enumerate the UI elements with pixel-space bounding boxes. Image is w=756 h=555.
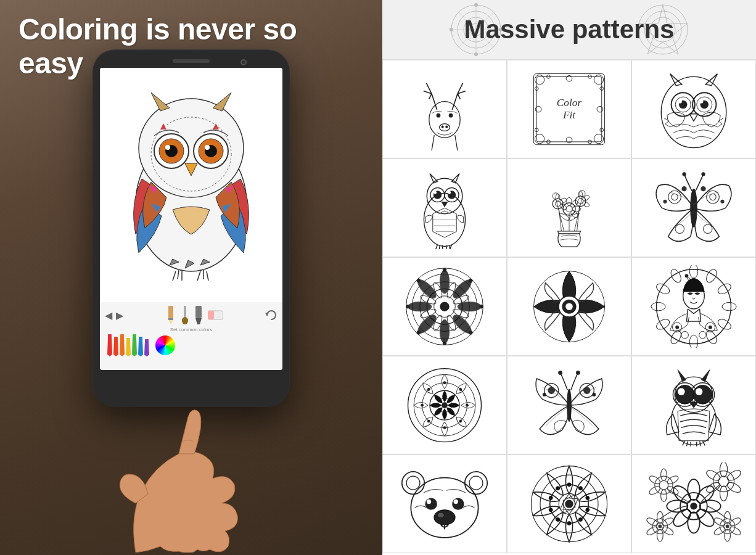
left-panel: Coloring is never so easy	[0, 0, 382, 555]
pattern-bear[interactable]	[382, 454, 507, 553]
svg-point-163	[655, 317, 672, 331]
svg-point-113	[691, 189, 697, 227]
svg-point-215	[434, 510, 455, 525]
svg-point-108	[720, 200, 724, 204]
svg-rect-16	[195, 306, 202, 318]
bear-svg	[392, 462, 497, 545]
svg-point-161	[689, 335, 697, 348]
pencil-red[interactable]	[107, 334, 112, 356]
svg-point-151	[567, 323, 572, 328]
svg-point-105	[672, 194, 678, 200]
pattern-mandala2[interactable]	[507, 257, 631, 356]
svg-point-114	[682, 172, 686, 176]
marker-tool-icon[interactable]	[194, 306, 203, 324]
svg-point-124	[458, 302, 481, 311]
svg-point-254	[700, 500, 721, 512]
svg-point-194	[592, 393, 596, 397]
pattern-flowers[interactable]	[507, 158, 631, 257]
svg-point-235	[661, 469, 667, 480]
refresh-icon[interactable]	[265, 309, 277, 321]
svg-point-230	[548, 507, 553, 512]
owl-head-svg	[641, 68, 746, 150]
svg-point-78	[433, 191, 437, 194]
svg-point-144	[406, 305, 410, 308]
svg-point-183	[466, 404, 469, 407]
svg-point-180	[442, 402, 448, 408]
svg-point-103	[668, 191, 681, 204]
mandala3-svg	[392, 364, 497, 446]
mandala2-svg	[517, 265, 622, 348]
svg-point-155	[689, 265, 697, 278]
pattern-butterfly-center[interactable]	[507, 356, 631, 454]
svg-point-223	[567, 482, 572, 487]
pattern-owl-head[interactable]	[631, 60, 756, 158]
svg-point-225	[585, 495, 590, 500]
svg-point-9	[205, 145, 210, 150]
deer-svg	[392, 68, 497, 150]
pattern-mandala3[interactable]	[382, 356, 507, 454]
svg-point-30	[474, 52, 478, 56]
pencil-orange-red[interactable]	[113, 337, 118, 356]
svg-point-42	[445, 125, 448, 128]
svg-point-208	[465, 472, 487, 494]
pattern-butterfly-right[interactable]	[631, 158, 756, 257]
svg-point-157	[717, 282, 733, 296]
svg-point-214	[454, 500, 458, 504]
svg-point-43	[535, 75, 544, 84]
pattern-colorfit-logo[interactable]: Color Fit	[507, 60, 631, 158]
pattern-owl2[interactable]	[631, 356, 756, 454]
color-pencils-row	[105, 334, 277, 356]
pattern-deer[interactable]	[382, 60, 507, 158]
owl2-svg	[641, 364, 746, 446]
svg-point-152	[548, 304, 553, 309]
svg-point-88	[570, 199, 579, 208]
butterfly-right-svg	[641, 166, 746, 249]
svg-point-93	[556, 194, 560, 201]
pattern-mandala1[interactable]	[382, 257, 507, 356]
svg-point-181	[443, 381, 446, 384]
pattern-mandala4[interactable]	[507, 454, 631, 553]
svg-point-44	[594, 75, 603, 84]
back-icon[interactable]: ◀	[105, 310, 112, 321]
svg-point-166	[669, 268, 683, 284]
pattern-geisha[interactable]	[631, 257, 756, 356]
svg-point-207	[402, 472, 424, 494]
pencil-tool-icon[interactable]	[166, 306, 176, 324]
pencil-blue[interactable]	[138, 337, 143, 356]
svg-point-168	[685, 274, 689, 278]
svg-point-156	[704, 268, 718, 284]
pencil-orange[interactable]	[120, 334, 125, 356]
butterfly-center-svg	[517, 364, 622, 446]
pencil-green[interactable]	[132, 334, 137, 356]
svg-point-226	[585, 507, 590, 512]
brush-tool-icon[interactable]	[181, 306, 189, 324]
pencil-purple[interactable]	[144, 339, 149, 356]
svg-point-46	[594, 134, 603, 143]
svg-point-31	[450, 28, 453, 31]
svg-point-211	[425, 498, 437, 509]
svg-point-171	[675, 326, 679, 329]
svg-point-102	[579, 190, 585, 196]
svg-point-71	[700, 100, 704, 104]
pattern-small-owl[interactable]	[382, 158, 507, 257]
svg-point-173	[681, 331, 689, 339]
svg-point-121	[440, 302, 449, 311]
svg-point-185	[443, 426, 446, 429]
title-container: Coloring is never so easy	[0, 0, 382, 92]
pencil-yellow[interactable]	[126, 338, 131, 356]
svg-point-197	[576, 371, 580, 375]
eraser-tool-icon[interactable]	[208, 310, 223, 321]
svg-point-107	[663, 200, 667, 204]
color-wheel[interactable]	[155, 335, 175, 355]
geisha-svg	[641, 265, 746, 348]
svg-point-200	[675, 385, 694, 404]
pattern-flowers2[interactable]	[631, 454, 756, 553]
svg-point-153	[586, 304, 591, 309]
color-tools-panel: ◀ ▶	[100, 302, 282, 370]
mandala1-svg	[392, 265, 497, 348]
svg-marker-20	[265, 313, 269, 316]
forward-icon[interactable]: ▶	[116, 310, 123, 321]
svg-point-193	[543, 393, 546, 397]
pattern-grid: Color Fit	[382, 60, 756, 555]
right-panel: Massive patterns	[382, 0, 756, 555]
